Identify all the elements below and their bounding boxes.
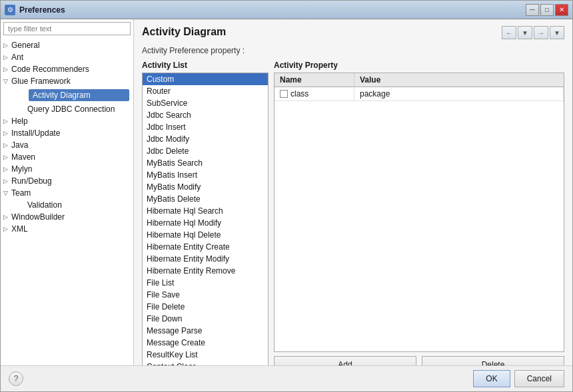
property-value-cell: package: [354, 87, 564, 100]
add-button[interactable]: Add: [274, 356, 416, 365]
delete-button[interactable]: Delete: [422, 356, 564, 365]
sidebar-item-query-jdbc[interactable]: Query JDBC Connection: [1, 103, 133, 115]
list-item-jdbc-modify[interactable]: Jdbc Modify: [143, 133, 268, 145]
expand-icon: ▷: [3, 130, 11, 136]
expand-icon: ▽: [3, 78, 11, 85]
list-item-hibernate-hql-modify[interactable]: Hibernate Hql Modify: [143, 217, 268, 229]
list-item-hibernate-entity-remove[interactable]: Hibernate Entity Remove: [143, 265, 268, 277]
forward-button[interactable]: →: [534, 26, 548, 39]
sidebar-item-label: Run/Debug: [11, 176, 131, 186]
title-bar-left: ⚙ Preferences: [5, 5, 65, 15]
list-item-file-save[interactable]: File Save: [143, 289, 268, 301]
list-item-context-clear[interactable]: Context Clear: [143, 361, 268, 365]
minimize-button[interactable]: ─: [526, 4, 539, 16]
expand-icon: ▷: [3, 66, 11, 73]
panel-title: Activity Diagram: [142, 26, 226, 38]
panel-subtitle: Activity Preference property :: [142, 46, 564, 55]
bottom-bar: ? OK Cancel: [1, 365, 572, 391]
sidebar-item-window-builder[interactable]: ▷ WindowBuilder: [1, 211, 133, 223]
list-item-mybatis-search[interactable]: MyBatis Search: [143, 157, 268, 169]
expand-icon: ▷: [3, 226, 11, 232]
list-item-mybatis-modify[interactable]: MyBatis Modify: [143, 181, 268, 193]
property-name: class: [290, 89, 308, 98]
list-item-message-parse[interactable]: Message Parse: [143, 325, 268, 337]
list-item-message-create[interactable]: Message Create: [143, 337, 268, 349]
sidebar-item-label: Glue Framework: [11, 77, 131, 86]
activity-property-section: Activity Property Name Value class packa…: [274, 61, 564, 365]
list-item-jdbc-delete[interactable]: Jdbc Delete: [143, 145, 268, 157]
list-item-subservice[interactable]: SubService: [143, 97, 268, 109]
property-checkbox[interactable]: [280, 90, 288, 98]
list-item-jdbc-insert[interactable]: Jdbc Insert: [143, 121, 268, 133]
right-panel: Activity Diagram ← ▼ → ▼ Activity Prefer…: [134, 19, 572, 365]
sidebar-item-label: Help: [11, 116, 131, 126]
back-button[interactable]: ←: [502, 26, 516, 39]
list-item-hibernate-hql-search[interactable]: Hibernate Hql Search: [143, 205, 268, 217]
value-column-header: Value: [354, 73, 564, 87]
title-buttons: ─ □ ✕: [526, 4, 568, 16]
sidebar-item-general[interactable]: ▷ General: [1, 39, 133, 51]
expand-icon: ▷: [3, 166, 11, 172]
name-column-header: Name: [275, 73, 354, 87]
property-name-cell: class: [275, 87, 354, 100]
sidebar-item-install-update[interactable]: ▷ Install/Update: [1, 127, 133, 139]
sidebar-item-label: Activity Diagram: [29, 89, 129, 101]
sidebar-item-activity-diagram[interactable]: Activity Diagram: [1, 87, 133, 103]
property-table-header: Name Value: [275, 73, 564, 87]
help-button[interactable]: ?: [9, 371, 23, 386]
activity-list-section: Activity List Custom Router SubService J…: [142, 61, 269, 365]
dropdown2-button[interactable]: ▼: [550, 26, 564, 39]
sidebar-item-label: Query JDBC Connection: [27, 104, 131, 114]
expand-icon: ▷: [3, 118, 11, 124]
list-item-hibernate-entity-modify[interactable]: Hibernate Entity Modify: [143, 253, 268, 265]
list-item-custom[interactable]: Custom: [143, 73, 268, 85]
sidebar: ▷ General ▷ Ant ▷ Code Recommenders ▽ Gl…: [1, 19, 134, 365]
list-item-jdbc-search[interactable]: Jdbc Search: [143, 109, 268, 121]
filter-input[interactable]: [3, 22, 131, 35]
list-item-file-delete[interactable]: File Delete: [143, 301, 268, 313]
sidebar-item-xml[interactable]: ▷ XML: [1, 223, 133, 235]
close-button[interactable]: ✕: [555, 4, 568, 16]
list-item-mybatis-delete[interactable]: MyBatis Delete: [143, 193, 268, 205]
tree: ▷ General ▷ Ant ▷ Code Recommenders ▽ Gl…: [1, 38, 133, 365]
sidebar-item-label: Mylyn: [11, 164, 131, 174]
window-title: Preferences: [19, 5, 65, 15]
maximize-button[interactable]: □: [540, 4, 554, 16]
sidebar-item-ant[interactable]: ▷ Ant: [1, 51, 133, 63]
expand-icon: ▷: [3, 214, 11, 220]
panel-toolbar: ← ▼ → ▼: [502, 26, 564, 39]
expand-icon: ▷: [3, 142, 11, 148]
expand-icon: ▷: [3, 178, 11, 184]
sidebar-item-label: Install/Update: [11, 128, 131, 138]
sidebar-item-label: XML: [11, 224, 131, 234]
sidebar-item-help[interactable]: ▷ Help: [1, 115, 133, 127]
sidebar-item-label: Team: [11, 188, 131, 198]
activity-property-header: Activity Property: [274, 61, 564, 70]
cancel-button[interactable]: Cancel: [514, 370, 564, 387]
title-bar: ⚙ Preferences ─ □ ✕: [1, 1, 572, 19]
list-item-router[interactable]: Router: [143, 85, 268, 97]
list-item-file-list[interactable]: File List: [143, 277, 268, 289]
list-item-hibernate-hql-delete[interactable]: Hibernate Hql Delete: [143, 229, 268, 241]
sidebar-item-validation[interactable]: Validation: [1, 199, 133, 211]
sidebar-item-team[interactable]: ▽ Team: [1, 187, 133, 199]
list-item-file-down[interactable]: File Down: [143, 313, 268, 325]
list-item-resultkey-list[interactable]: ResultKey List: [143, 349, 268, 361]
sidebar-item-label: Ant: [11, 53, 131, 62]
sidebar-item-label: General: [11, 41, 131, 50]
ok-button[interactable]: OK: [473, 370, 510, 387]
sidebar-item-glue-framework[interactable]: ▽ Glue Framework: [1, 75, 133, 87]
dropdown-button[interactable]: ▼: [518, 26, 532, 39]
sidebar-item-mylyn[interactable]: ▷ Mylyn: [1, 163, 133, 175]
activity-list-box[interactable]: Custom Router SubService Jdbc Search Jdb…: [142, 73, 269, 365]
list-item-hibernate-entity-create[interactable]: Hibernate Entity Create: [143, 241, 268, 253]
sidebar-item-java[interactable]: ▷ Java: [1, 139, 133, 151]
bottom-left: ?: [9, 371, 469, 386]
property-table: Name Value class package: [274, 73, 564, 352]
sidebar-item-run-debug[interactable]: ▷ Run/Debug: [1, 175, 133, 187]
content-area: Activity List Custom Router SubService J…: [142, 61, 564, 365]
sidebar-item-maven[interactable]: ▷ Maven: [1, 151, 133, 163]
sidebar-item-label: Code Recommenders: [11, 65, 131, 74]
list-item-mybatis-insert[interactable]: MyBatis Insert: [143, 169, 268, 181]
sidebar-item-code-recommenders[interactable]: ▷ Code Recommenders: [1, 63, 133, 75]
